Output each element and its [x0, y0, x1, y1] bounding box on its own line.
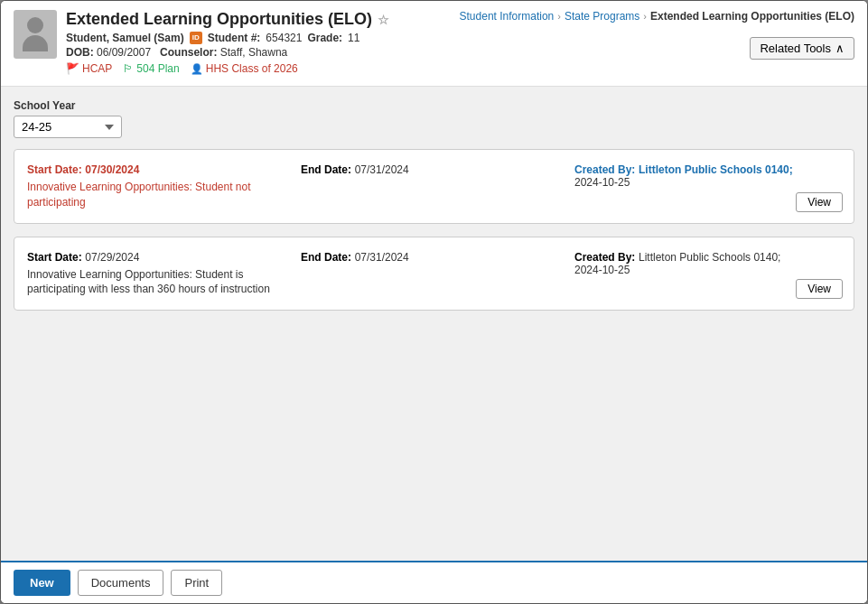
student-name: Student, Samuel (Sam)	[66, 32, 184, 44]
card-desc-1: Innovative Learning Opportunities: Stude…	[27, 180, 294, 210]
flag-504-icon: 🏳	[123, 62, 134, 75]
avatar-body	[23, 35, 48, 51]
right-panel: Student Information › State Programs › E…	[460, 10, 854, 60]
record-card-1: Start Date: 07/30/2024 Innovative Learni…	[14, 149, 854, 224]
created-date-2: 2024-10-25	[574, 264, 841, 276]
badge-hcap: 🚩 HCAP	[66, 62, 112, 75]
hcap-icon: 🚩	[66, 62, 79, 75]
documents-button[interactable]: Documents	[78, 570, 164, 596]
badge-class: 👤 HHS Class of 2026	[191, 62, 298, 75]
header-info: Extended Learning Opportunities (ELO) ☆ …	[66, 10, 389, 75]
new-button[interactable]: New	[14, 570, 70, 596]
start-value-2: 07/29/2024	[85, 251, 139, 264]
student-number: 654321	[266, 32, 302, 44]
breadcrumb-student-info[interactable]: Student Information	[460, 10, 555, 23]
school-year-section: School Year 24-25 23-24 22-23 21-22	[14, 99, 854, 138]
footer: New Documents Print	[1, 561, 867, 603]
created-label-1: Created By:	[574, 163, 635, 176]
created-label-2: Created By:	[574, 251, 635, 264]
content-area: School Year 24-25 23-24 22-23 21-22 Star…	[1, 87, 867, 561]
main-window: Extended Learning Opportunities (ELO) ☆ …	[0, 0, 868, 604]
student-number-label: Student #:	[208, 32, 261, 44]
record-card-2: Start Date: 07/29/2024 Innovative Learni…	[14, 237, 854, 311]
related-tools-chevron: ∧	[835, 42, 845, 55]
badges-row: 🚩 HCAP 🏳 504 Plan 👤 HHS Class of 2026	[66, 62, 389, 75]
page-title-text: Extended Learning Opportunities (ELO)	[66, 10, 372, 29]
page-title: Extended Learning Opportunities (ELO) ☆	[66, 10, 389, 29]
breadcrumb-sep-2: ›	[643, 11, 647, 22]
view-button-1[interactable]: View	[796, 192, 843, 212]
badge-504: 🏳 504 Plan	[123, 62, 179, 75]
start-value-1: 07/30/2024	[85, 163, 139, 176]
breadcrumb-current: Extended Learning Opportunities (ELO)	[650, 10, 854, 23]
class-icon: 👤	[191, 63, 203, 75]
school-year-select[interactable]: 24-25 23-24 22-23 21-22	[14, 116, 122, 138]
dob-label: DOB:	[66, 46, 94, 59]
counselor-value: Staff, Shawna	[220, 46, 288, 59]
student-id-icon: ID	[190, 32, 202, 44]
card-desc-2: Innovative Learning Opportunities: Stude…	[27, 267, 294, 298]
related-tools-button[interactable]: Related Tools ∧	[750, 37, 854, 60]
avatar-head	[27, 17, 43, 33]
end-value-2: 07/31/2024	[355, 251, 409, 264]
card-start-2: Start Date: 07/29/2024 Innovative Learni…	[27, 250, 294, 298]
badge-504-label: 504 Plan	[136, 62, 179, 75]
breadcrumb-sep-1: ›	[557, 11, 561, 22]
header-top: Extended Learning Opportunities (ELO) ☆ …	[14, 10, 854, 75]
class-label: HHS Class of 2026	[206, 62, 298, 75]
card-end-2: End Date: 07/31/2024	[301, 250, 567, 298]
end-label-2: End Date:	[301, 251, 351, 264]
header-left: Extended Learning Opportunities (ELO) ☆ …	[14, 10, 389, 75]
hcap-label: HCAP	[82, 62, 112, 75]
breadcrumb: Student Information › State Programs › E…	[460, 10, 854, 23]
star-icon[interactable]: ☆	[378, 13, 389, 27]
dob-value: 06/09/2007	[97, 46, 151, 59]
created-by-1: Littleton Public Schools 0140;	[639, 163, 793, 176]
view-button-2[interactable]: View	[796, 279, 843, 299]
breadcrumb-state-programs[interactable]: State Programs	[565, 10, 639, 23]
created-by-2: Littleton Public Schools 0140;	[639, 251, 780, 264]
student-details: Student, Samuel (Sam) ID Student #: 6543…	[66, 32, 389, 44]
school-year-label: School Year	[14, 99, 854, 112]
created-date-1: 2024-10-25	[574, 176, 841, 189]
end-value-1: 07/31/2024	[355, 163, 409, 176]
card-grid-1: Start Date: 07/30/2024 Innovative Learni…	[27, 163, 841, 210]
related-tools-label: Related Tools	[760, 42, 831, 55]
counselor-label: Counselor:	[160, 46, 217, 59]
card-end-1: End Date: 07/31/2024	[301, 163, 567, 210]
start-label-1: Start Date:	[27, 163, 82, 176]
grade-value: 11	[348, 32, 359, 44]
start-label-2: Start Date:	[27, 251, 82, 264]
header: Extended Learning Opportunities (ELO) ☆ …	[1, 1, 867, 87]
avatar	[14, 10, 57, 59]
print-button[interactable]: Print	[171, 570, 222, 596]
grade-label: Grade:	[307, 32, 342, 44]
card-grid-2: Start Date: 07/29/2024 Innovative Learni…	[27, 250, 841, 298]
card-start-1: Start Date: 07/30/2024 Innovative Learni…	[27, 163, 294, 210]
end-label-1: End Date:	[301, 163, 351, 176]
dob-row: DOB: 06/09/2007 Counselor: Staff, Shawna	[66, 46, 389, 59]
